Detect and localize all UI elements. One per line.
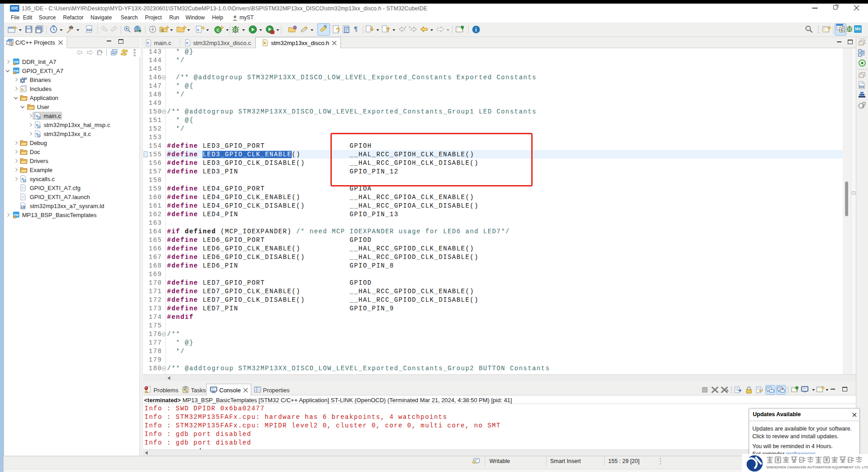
svg-text:*: *	[405, 25, 407, 30]
svg-text:c: c	[147, 41, 149, 45]
svg-text:10: 10	[23, 77, 27, 80]
svg-text:*: *	[409, 25, 411, 30]
svg-text:c: c	[197, 27, 199, 32]
svg-text:C: C	[161, 28, 164, 32]
svg-text:C: C	[841, 27, 844, 32]
svg-text:010: 010	[859, 85, 864, 88]
svg-text:h: h	[21, 87, 24, 92]
svg-text:010: 010	[87, 28, 92, 32]
svg-text:h: h	[264, 41, 266, 45]
svg-text:LD: LD	[22, 206, 25, 209]
svg-text:c: c	[186, 41, 189, 45]
svg-text:C: C	[10, 43, 13, 46]
svg-text:C: C	[217, 28, 220, 32]
